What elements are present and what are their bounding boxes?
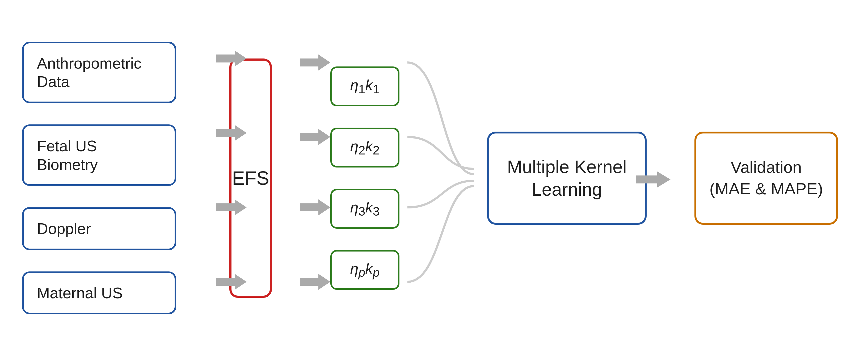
input-label-fetal: Fetal US Biometry <box>37 137 161 174</box>
input-doppler: Doppler <box>22 207 176 250</box>
validation-box: Validation(MAE & MAPE) <box>694 131 838 225</box>
mkl-label: Multiple Kernel Learning <box>489 155 645 201</box>
kernel-label-2: η2k2 <box>350 138 380 157</box>
input-anthropometric: Anthropometric Data <box>22 42 176 103</box>
diagram: Anthropometric Data Fetal US Biometry Do… <box>22 19 846 338</box>
kernel-label-3: η3k3 <box>350 199 380 218</box>
input-label-anthropometric: Anthropometric Data <box>37 54 161 91</box>
input-column: Anthropometric Data Fetal US Biometry Do… <box>22 42 176 315</box>
kernel-p: ηpkp <box>330 250 399 290</box>
input-label-maternal: Maternal US <box>37 284 123 302</box>
kernel-label-1: η1k1 <box>350 76 380 96</box>
kernel-label-p: ηpkp <box>350 260 380 280</box>
efs-box: EFS <box>229 59 272 298</box>
mkl-box: Multiple Kernel Learning <box>487 131 647 225</box>
input-maternal-us: Maternal US <box>22 271 176 315</box>
input-label-doppler: Doppler <box>37 219 91 238</box>
kernel-3: η3k3 <box>330 189 399 229</box>
validation-label: Validation(MAE & MAPE) <box>709 157 823 199</box>
input-fetal-us: Fetal US Biometry <box>22 124 176 186</box>
kernel-column: η1k1 η2k2 η3k3 ηpkp <box>314 66 415 290</box>
efs-label: EFS <box>232 167 269 189</box>
kernel-1: η1k1 <box>330 66 399 106</box>
kernel-2: η2k2 <box>330 128 399 168</box>
